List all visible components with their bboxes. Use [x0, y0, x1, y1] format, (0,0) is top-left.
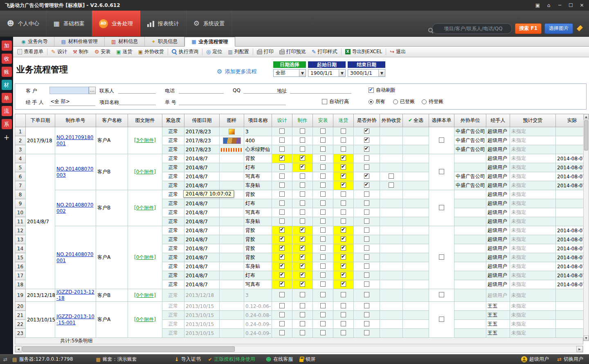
- cell-outsource[interactable]: [354, 163, 380, 172]
- cell-design[interactable]: [272, 154, 292, 163]
- radio-posted[interactable]: [393, 99, 398, 104]
- install-checkbox[interactable]: [320, 272, 326, 278]
- pick-image-button[interactable]: 选择图片: [544, 23, 573, 34]
- outsource-checkbox[interactable]: [364, 236, 369, 242]
- toolbar-column-config[interactable]: ▥列配置: [225, 47, 252, 56]
- date-select-dropdown[interactable]: 全部 ▼: [273, 69, 306, 77]
- deliver-checkbox[interactable]: [341, 245, 346, 251]
- cell-install[interactable]: [313, 181, 333, 190]
- horizontal-scroll-thumb[interactable]: [22, 346, 235, 352]
- make-checkbox[interactable]: [300, 191, 305, 197]
- cell-select-order[interactable]: [429, 127, 454, 154]
- make-checkbox[interactable]: [300, 254, 305, 260]
- cell-select-order[interactable]: [429, 190, 454, 226]
- cell-make[interactable]: [292, 253, 313, 262]
- chevron-down-icon[interactable]: ▼: [378, 70, 385, 76]
- cell-design[interactable]: [272, 136, 292, 145]
- make-checkbox[interactable]: [300, 173, 305, 179]
- cell-outsource[interactable]: [354, 271, 380, 280]
- design-checkbox[interactable]: [279, 227, 285, 233]
- nav-item-business-processing[interactable]: AD业务处理: [92, 11, 140, 36]
- cell-rownum[interactable]: 20: [15, 302, 26, 311]
- cell-make[interactable]: [292, 172, 313, 181]
- cell-install[interactable]: [313, 172, 333, 181]
- install-checkbox[interactable]: [320, 227, 326, 233]
- scroll-right-icon[interactable]: ▶: [576, 346, 583, 352]
- cell-out-recv[interactable]: [380, 172, 403, 181]
- column-header-handler[interactable]: 经手人: [486, 114, 510, 127]
- design-checkbox[interactable]: [279, 303, 285, 308]
- radio-pending-option[interactable]: 待登账: [422, 98, 443, 105]
- attachments-link[interactable]: [3个附件]: [134, 137, 156, 143]
- make-checkbox[interactable]: [300, 303, 305, 308]
- deliver-checkbox[interactable]: [341, 227, 346, 233]
- select-all-check-icon[interactable]: ✔: [408, 117, 412, 123]
- cell-rownum[interactable]: 21: [15, 311, 26, 320]
- cell-make[interactable]: [292, 226, 313, 235]
- nav-item-system-settings[interactable]: ⚙系统设置: [187, 11, 232, 36]
- close-button[interactable]: ✕: [576, 1, 587, 9]
- cell-make[interactable]: [292, 208, 313, 217]
- toolbar-locate[interactable]: ◎定位: [203, 47, 225, 56]
- tab-workflow-management[interactable]: ▦业务流程管理: [184, 37, 235, 47]
- minimize-button[interactable]: ─: [554, 1, 565, 9]
- cell-outsource[interactable]: [354, 320, 380, 329]
- search-button[interactable]: 搜索 F1: [515, 23, 542, 34]
- cell-make[interactable]: [292, 262, 313, 271]
- sidebar-item-material[interactable]: 材: [2, 80, 12, 90]
- sample-thumbnail[interactable]: [223, 137, 241, 144]
- cell-install[interactable]: [313, 244, 333, 253]
- chevron-down-icon[interactable]: ▼: [339, 70, 345, 76]
- cell-rownum[interactable]: 23: [15, 329, 26, 338]
- cell-deliver[interactable]: [333, 172, 354, 181]
- install-checkbox[interactable]: [320, 281, 326, 287]
- table-row[interactable]: 12NO.201408070001客户A[0个附件]正常2014/8/7背胶超级…: [15, 226, 589, 235]
- outsource-checkbox[interactable]: [364, 292, 369, 297]
- cell-deliver[interactable]: [333, 136, 354, 145]
- design-checkbox[interactable]: [279, 137, 285, 143]
- install-checkbox[interactable]: [320, 263, 326, 269]
- make-checkbox[interactable]: [300, 128, 305, 134]
- cell-deliver[interactable]: [333, 208, 354, 217]
- outsource-checkbox[interactable]: [364, 263, 369, 269]
- toolbar-print-style[interactable]: ✎打印样式: [309, 47, 340, 56]
- deliver-checkbox[interactable]: [341, 137, 346, 143]
- deliver-checkbox[interactable]: [341, 254, 346, 260]
- cell-outsource[interactable]: [354, 208, 380, 217]
- cell-design[interactable]: [272, 217, 292, 226]
- cell-rownum[interactable]: 2: [15, 136, 26, 145]
- status-menu-icon[interactable]: ⇄: [3, 357, 7, 362]
- design-checkbox[interactable]: [279, 292, 285, 297]
- toolbar-print-preview[interactable]: 打印预览: [277, 47, 309, 56]
- cell-outsource[interactable]: [354, 172, 380, 181]
- cell-design[interactable]: [272, 226, 292, 235]
- cell-deliver[interactable]: [333, 329, 354, 338]
- cell-make[interactable]: [292, 145, 313, 154]
- deliver-checkbox[interactable]: [341, 321, 346, 326]
- cell-make[interactable]: [292, 217, 313, 226]
- toolbar-print[interactable]: 打印: [254, 47, 277, 56]
- cell-design[interactable]: [272, 253, 292, 262]
- install-checkbox[interactable]: [320, 200, 326, 206]
- column-header-install[interactable]: 安装: [313, 114, 333, 127]
- design-checkbox[interactable]: [279, 254, 285, 260]
- table-row[interactable]: 192013/12/18JGZZD-2013-12-18客户B[0个附件]正常2…: [15, 289, 589, 302]
- cell-install[interactable]: [313, 154, 333, 163]
- online-support-button[interactable]: ☻ 在线客服: [266, 356, 293, 363]
- deliver-checkbox[interactable]: [341, 128, 346, 134]
- cell-outsource[interactable]: [354, 262, 380, 271]
- contact-input[interactable]: [118, 87, 156, 94]
- column-header-out_unit[interactable]: 外协单位: [454, 114, 486, 127]
- cell-make[interactable]: [292, 289, 313, 302]
- tab-material-info[interactable]: ▥材料信息: [105, 37, 145, 46]
- toolbar-exit[interactable]: ↪退出: [387, 47, 409, 56]
- cell-design[interactable]: [272, 199, 292, 208]
- select-order-checkbox[interactable]: [439, 169, 444, 174]
- cell-deliver[interactable]: [333, 199, 354, 208]
- cell-deliver[interactable]: [333, 127, 354, 136]
- start-date-dropdown[interactable]: 1900/1/1 ▼: [308, 69, 346, 77]
- deliver-checkbox[interactable]: [341, 182, 346, 188]
- table-row[interactable]: 8NO.201408070002客户B[0个附件]正常2014/8/7背胶超级用…: [15, 190, 589, 199]
- column-header-select_all[interactable]: ✔全选: [403, 114, 429, 127]
- cell-rownum[interactable]: 19: [15, 289, 26, 302]
